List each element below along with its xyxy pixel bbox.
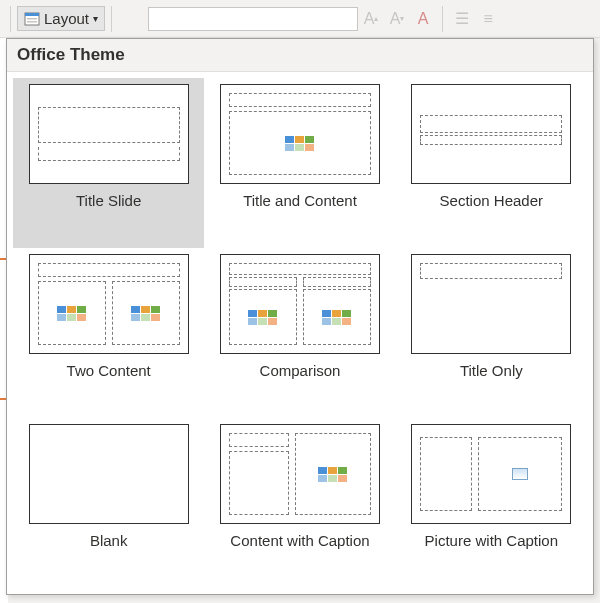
layout-blank[interactable]: Blank [13,418,204,588]
layout-content-with-caption[interactable]: Content with Caption [204,418,395,588]
layout-thumb [29,84,189,184]
layout-label: Comparison [260,362,341,380]
layout-label: Title Slide [76,192,141,210]
layout-title-slide[interactable]: Title Slide [13,78,204,248]
layout-comparison[interactable]: Comparison [204,248,395,418]
layout-title-only[interactable]: Title Only [396,248,587,418]
layout-label: Content with Caption [230,532,369,550]
layout-label: Picture with Caption [425,532,558,550]
layout-thumb [29,254,189,354]
layout-label: Section Header [440,192,543,210]
layout-label: Title Only [460,362,523,380]
layout-thumb [220,424,380,524]
layout-thumb [411,424,571,524]
picture-icon [512,468,528,480]
layout-thumb [29,424,189,524]
layout-grid: Title Slide Title and Content Section He… [7,72,593,594]
chevron-down-icon: ▾ [93,13,98,24]
layout-gallery: Office Theme Title Slide Title and Conte… [6,38,594,595]
layout-button-label: Layout [44,10,89,27]
layout-two-content[interactable]: Two Content [13,248,204,418]
layout-picture-with-caption[interactable]: Picture with Caption [396,418,587,588]
layout-section-header[interactable]: Section Header [396,78,587,248]
layout-title-and-content[interactable]: Title and Content [204,78,395,248]
ribbon: Layout ▾ A▴ A▾ A ☰ ≡ [0,0,600,38]
gallery-header: Office Theme [7,39,593,72]
layout-label: Two Content [67,362,151,380]
clear-format-icon[interactable]: A [413,9,433,29]
separator [111,6,112,32]
font-family-box[interactable] [148,7,358,31]
bullets-icon[interactable]: ☰ [452,9,472,29]
layout-thumb [411,84,571,184]
increase-font-icon[interactable]: A▴ [361,9,381,29]
layout-button[interactable]: Layout ▾ [17,6,105,31]
numbering-icon[interactable]: ≡ [478,9,498,29]
separator [442,6,443,32]
layout-icon [24,11,40,27]
layout-label: Blank [90,532,128,550]
separator [10,6,11,32]
svg-rect-1 [25,13,39,16]
layout-label: Title and Content [243,192,357,210]
layout-thumb [220,84,380,184]
layout-thumb [220,254,380,354]
layout-thumb [411,254,571,354]
svg-rect-2 [27,18,37,20]
decrease-font-icon[interactable]: A▾ [387,9,407,29]
svg-rect-3 [27,21,37,23]
